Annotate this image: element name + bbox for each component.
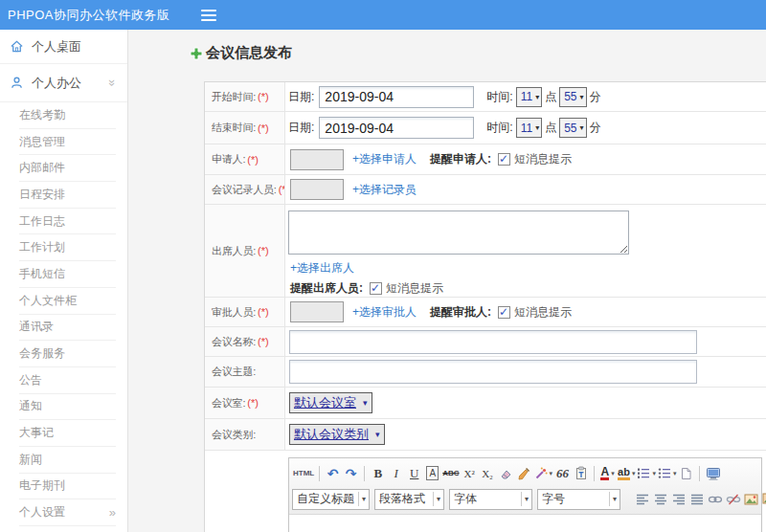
insert-image-icon[interactable] (761, 489, 766, 509)
italic-button[interactable]: I (388, 463, 404, 483)
new-page-icon[interactable] (678, 463, 694, 483)
underline-button[interactable]: U (406, 463, 422, 483)
approver-input[interactable] (290, 301, 344, 322)
start-date-input[interactable] (319, 86, 474, 108)
form-row-meeting-topic: 会议主题: (205, 357, 766, 388)
sidebar-item-personal-settings[interactable]: 个人设置» (19, 499, 116, 526)
toolbar-row-1: HTML ↶ ↷ B I U A ABC X² (292, 460, 758, 486)
end-hour-select[interactable]: 11▾ (516, 118, 542, 138)
sidebar-item-contacts[interactable]: 通讯录 (19, 315, 116, 342)
attendees-textarea[interactable] (288, 211, 629, 255)
paste-icon[interactable] (573, 463, 589, 483)
meeting-topic-input[interactable] (289, 360, 697, 384)
sidebar-item-announcement[interactable]: 公告 (19, 367, 116, 394)
eraser-icon[interactable] (498, 463, 514, 483)
app-window: PHPOA协同办公软件政务版 个人桌面 个人办公 » 在线考勤 消息管理 内部邮… (0, 0, 766, 532)
menu-icon[interactable] (201, 10, 216, 21)
sidebar-item-sms[interactable]: 手机短信 (19, 261, 116, 288)
editor-content-area[interactable] (289, 515, 761, 532)
sidebar-item-work-plan[interactable]: 工作计划 (19, 234, 116, 261)
align-center-icon[interactable] (652, 489, 668, 509)
sms-checkbox[interactable] (498, 306, 510, 319)
toolbar-separator (319, 466, 320, 481)
font-color-icon[interactable]: A (600, 466, 609, 480)
font-select[interactable]: 字体▾ (449, 489, 532, 510)
strikethrough-button[interactable]: ABC (442, 463, 459, 483)
dropdown-arrow-icon: ▾ (521, 492, 531, 506)
meeting-category-select[interactable]: 默认会议类别▾ (289, 424, 385, 445)
hour-unit: 点 (545, 89, 556, 105)
form-row-applicant: 申请人:(*) +选择申请人 提醒申请人: 短消息提示 (205, 144, 766, 175)
unordered-list-icon[interactable]: ▾ (658, 463, 677, 483)
sidebar-item-internal-mail[interactable]: 内部邮件 (19, 155, 116, 182)
field-label: 出席人员:(*) (205, 205, 285, 297)
sidebar-item-office[interactable]: 个人办公 » (0, 64, 127, 102)
heading-select[interactable]: 自定义标题▾ (292, 489, 370, 510)
sidebar-item-messages[interactable]: 消息管理 (19, 129, 116, 156)
start-minute-select[interactable]: 55▾ (559, 87, 586, 107)
sidebar-item-events[interactable]: 大事记 (19, 420, 116, 447)
align-left-icon[interactable] (634, 489, 650, 509)
ordered-list-icon[interactable]: ▾ (637, 463, 656, 483)
paragraph-format-select[interactable]: 段落格式▾ (374, 489, 444, 510)
font-size-select[interactable]: 字号▾ (537, 489, 620, 510)
undo-icon[interactable]: ↶ (325, 463, 341, 483)
unlink-icon[interactable] (725, 489, 741, 509)
select-attendee-link[interactable]: +选择出席人 (290, 260, 354, 277)
field-label: 会议记录人员:(*) (205, 175, 285, 204)
meeting-name-input[interactable] (289, 330, 697, 354)
recorder-input[interactable] (290, 179, 344, 200)
sms-label: 短消息提示 (514, 151, 572, 167)
dropdown-arrow-icon: ▾ (611, 470, 615, 477)
app-logo[interactable]: PHPOA协同办公软件政务版 (0, 7, 170, 24)
bold-button[interactable]: B (370, 463, 386, 483)
dropdown-arrow-icon: ▾ (580, 93, 584, 101)
content-area: 会议信息发布 开始时间:(*) 日期: 时间: 11▾ 点 55▾ 分 结束时间… (128, 30, 766, 532)
form-row-start-time: 开始时间:(*) 日期: 时间: 11▾ 点 55▾ 分 (205, 82, 766, 112)
start-hour-select[interactable]: 11▾ (516, 87, 542, 107)
blockquote-button[interactable]: 66 (554, 463, 571, 483)
select-recorder-link[interactable]: +选择记录员 (352, 182, 417, 198)
sidebar-item-file-cabinet[interactable]: 个人文件柜 (19, 288, 116, 315)
html-source-button[interactable]: HTML (293, 463, 314, 483)
superscript-button[interactable]: X² (462, 463, 478, 483)
sms-label: 短消息提示 (514, 304, 572, 321)
meeting-room-select[interactable]: 默认会议室▾ (289, 392, 372, 413)
magic-wand-icon[interactable]: ▾ (534, 463, 553, 483)
sms-checkbox[interactable] (370, 282, 382, 295)
link-icon[interactable] (707, 489, 723, 509)
field-value: +选择记录员 (285, 175, 766, 204)
field-label: 会议名称:(*) (205, 327, 285, 356)
sidebar-item-schedule[interactable]: 日程安排 (19, 182, 116, 209)
image-icon[interactable] (743, 489, 759, 509)
fullscreen-icon[interactable] (705, 463, 721, 483)
field-value: +选择审批人 提醒审批人: 短消息提示 (285, 298, 766, 326)
sidebar-item-meeting-service[interactable]: 会务服务 (19, 341, 116, 367)
sidebar-item-e-journal[interactable]: 电子期刊 (19, 474, 116, 500)
field-value (285, 357, 766, 387)
subscript-button[interactable]: X₂ (480, 463, 496, 483)
select-approver-link[interactable]: +选择审批人 (352, 304, 417, 321)
sms-checkbox[interactable] (498, 153, 510, 166)
sidebar-item-work-log[interactable]: 工作日志 (19, 209, 116, 235)
select-applicant-link[interactable]: +选择申请人 (352, 151, 417, 167)
dropdown-arrow-icon: ▾ (535, 123, 539, 132)
char-border-button[interactable]: A (426, 466, 439, 480)
format-brush-icon[interactable] (516, 463, 532, 483)
sidebar-item-desktop[interactable]: 个人桌面 (0, 30, 127, 64)
dropdown-arrow-icon: ▾ (609, 492, 620, 506)
sidebar-item-supervise[interactable]: 督查督办 » (0, 526, 127, 532)
highlight-color-icon[interactable]: ab (618, 467, 630, 480)
end-date-input[interactable] (319, 117, 474, 139)
form-row-approver: 审批人员:(*) +选择审批人 提醒审批人: 短消息提示 (205, 298, 766, 327)
sidebar-item-notice[interactable]: 通知 (19, 394, 116, 421)
dropdown-arrow-icon: ▾ (535, 93, 539, 101)
sidebar-item-attendance[interactable]: 在线考勤 (19, 102, 116, 129)
end-minute-select[interactable]: 55▾ (559, 118, 586, 138)
justify-icon[interactable] (688, 489, 705, 509)
page-title: 会议信息发布 (206, 44, 292, 62)
align-right-icon[interactable] (670, 489, 687, 509)
redo-icon[interactable]: ↷ (343, 463, 359, 483)
applicant-input[interactable] (290, 149, 344, 170)
sidebar-item-news[interactable]: 新闻 (19, 447, 116, 474)
